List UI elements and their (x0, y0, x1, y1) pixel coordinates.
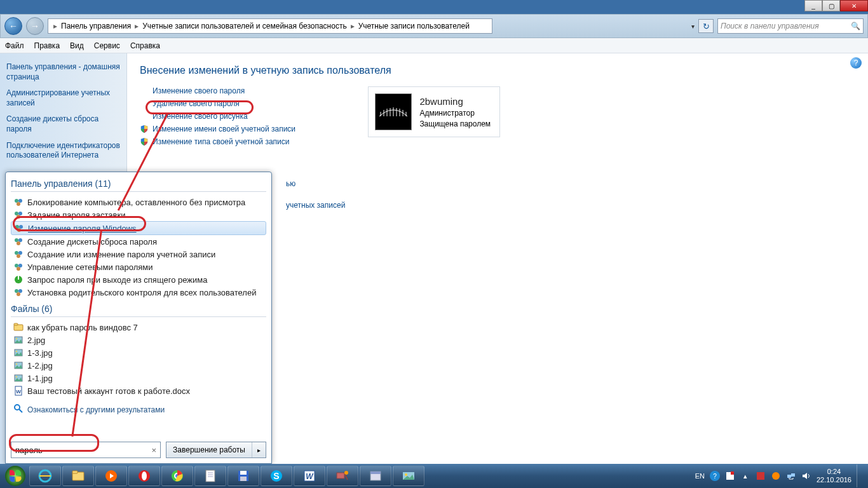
taskbar-opera[interactable] (128, 466, 160, 486)
search-result-file[interactable]: 1-1.jpg (11, 372, 266, 384)
task-remove-password[interactable]: Удаление своего пароля (153, 99, 240, 108)
search-result-file[interactable]: 1-2.jpg (11, 359, 266, 372)
language-indicator[interactable]: EN (695, 472, 705, 480)
tray-arrow-icon[interactable]: ▴ (740, 471, 750, 481)
svg-point-15 (15, 251, 18, 255)
menu-file[interactable]: Файл (5, 41, 24, 50)
task-change-password[interactable]: Изменение своего пароля (153, 86, 245, 95)
file-icon (13, 348, 24, 358)
svg-point-35 (16, 376, 17, 377)
svg-rect-43 (72, 471, 78, 473)
sidebar-item-admin[interactable]: Администрирование учетных записей (6, 88, 120, 108)
task-change-picture[interactable]: Изменение своего рисунка (153, 112, 248, 121)
show-desktop-button[interactable] (857, 464, 863, 487)
file-label: 1-1.jpg (27, 374, 53, 383)
menu-help[interactable]: Справка (130, 41, 160, 50)
task-change-type[interactable]: Изменение типа своей учетной записи (153, 137, 289, 146)
search-result-item[interactable]: Создание дискеты сброса пароля (11, 235, 266, 248)
result-icon (13, 262, 24, 272)
svg-rect-72 (791, 473, 795, 477)
start-search-value: пароль (15, 445, 43, 455)
shield-icon (140, 137, 149, 146)
start-search-input[interactable]: пароль × (11, 442, 161, 458)
taskbar-save-icon[interactable] (227, 466, 259, 486)
taskbar-word[interactable]: W (294, 466, 325, 486)
result-label: Изменение пароля Windows (28, 224, 137, 233)
maximize-button[interactable]: ▢ (822, 0, 840, 11)
taskbar-image[interactable] (393, 466, 424, 486)
menu-tools[interactable]: Сервис (94, 41, 120, 50)
result-label: Запрос пароля при выходе из спящего режи… (27, 275, 207, 285)
file-label: как убрать пароль виндовс 7 (27, 323, 138, 332)
taskbar-window[interactable] (360, 466, 391, 486)
search-group-control-panel: Панель управления (11) (11, 179, 266, 192)
svg-point-10 (19, 225, 23, 229)
close-button[interactable]: ✕ (840, 0, 868, 11)
taskbar-wmp[interactable] (95, 466, 127, 486)
volume-icon[interactable] (801, 471, 811, 481)
search-result-item[interactable]: Создание или изменение пароля учетной за… (11, 248, 266, 261)
search-result-item[interactable]: Задание пароля заставки (11, 208, 266, 221)
app-tray-icon[interactable] (771, 471, 781, 481)
breadcrumb-item[interactable]: Панель управления (60, 22, 132, 30)
sidebar-item-reset-disk[interactable]: Создание дискеты сброса пароля (6, 114, 120, 134)
clock[interactable]: 0:24 22.10.2016 (817, 468, 851, 484)
taskbar-chrome[interactable] (161, 466, 193, 486)
account-status: Защищена паролем (419, 119, 491, 130)
svg-rect-27 (14, 323, 18, 325)
search-result-file[interactable]: 2.jpg (11, 334, 266, 346)
search-input[interactable]: Поиск в панели управления 🔍 (717, 18, 864, 34)
task-change-name[interactable]: Изменение имени своей учетной записи (153, 125, 295, 133)
minimize-button[interactable]: _ (804, 0, 822, 11)
result-icon (14, 223, 24, 233)
search-result-item[interactable]: Установка родительского контроля для все… (11, 286, 266, 299)
back-button[interactable]: ← (4, 17, 22, 35)
search-result-file[interactable]: 1-3.jpg (11, 346, 266, 359)
search-result-file[interactable]: как убрать пароль виндовс 7 (11, 321, 266, 334)
action-center-icon[interactable] (725, 471, 735, 481)
search-result-item[interactable]: Изменение пароля Windows (11, 221, 266, 235)
taskbar-explorer[interactable] (62, 466, 94, 486)
search-placeholder: Поиск в панели управления (721, 22, 819, 30)
svg-point-63 (344, 471, 348, 475)
taskbar-paint[interactable] (327, 466, 358, 486)
result-icon (13, 287, 24, 297)
task-partial-2[interactable]: учетных записей (286, 201, 345, 210)
forward-button[interactable]: → (26, 17, 44, 35)
breadcrumb-dropdown[interactable]: ▾ (691, 23, 695, 30)
breadcrumb[interactable]: ▸ Панель управления ▸ Учетные записи пол… (48, 18, 492, 34)
see-more-results[interactable]: Ознакомиться с другими результатами (13, 403, 264, 416)
menu-edit[interactable]: Правка (34, 41, 60, 50)
search-result-item[interactable]: Блокирование компьютера, оставленного бе… (11, 196, 266, 208)
svg-rect-68 (731, 471, 734, 475)
taskbar-notepad[interactable] (194, 466, 226, 486)
help-icon[interactable]: ? (850, 57, 862, 69)
search-result-item[interactable]: Запрос пароля при выходе из спящего режи… (11, 273, 266, 286)
svg-point-13 (18, 238, 22, 242)
svg-point-12 (15, 238, 18, 242)
sidebar-item-online-ids[interactable]: Подключение идентификаторов пользователе… (6, 141, 120, 161)
start-button[interactable] (3, 464, 28, 487)
clear-search-button[interactable]: × (152, 445, 157, 455)
refresh-button[interactable]: ↻ (698, 19, 714, 33)
menu-view[interactable]: Вид (70, 41, 84, 50)
svg-point-8 (17, 215, 20, 219)
sidebar-item-home[interactable]: Панель управления - домашняя страница (6, 62, 120, 82)
result-label: Создание дискеты сброса пароля (27, 237, 157, 247)
task-partial-1[interactable]: ью (286, 179, 295, 188)
shield-icon (140, 125, 149, 133)
network-icon[interactable] (786, 471, 796, 481)
search-result-item[interactable]: Управление сетевыми паролями (11, 261, 266, 273)
shutdown-menu-arrow[interactable]: ▸ (252, 447, 266, 454)
breadcrumb-item[interactable]: Учетные записи пользователей (357, 22, 471, 30)
taskbar-skype[interactable]: S (261, 466, 292, 486)
shutdown-button[interactable]: Завершение работы ▸ (166, 442, 266, 458)
file-icon (13, 322, 24, 332)
help-tray-icon[interactable]: ? (710, 471, 720, 481)
svg-point-3 (15, 199, 18, 203)
file-label: 1-3.jpg (27, 348, 53, 358)
breadcrumb-item[interactable]: Учетные записи пользователей и семейная … (141, 22, 348, 30)
antivirus-icon[interactable] (756, 471, 766, 481)
search-result-file[interactable]: WВаш тестовый аккаунт готов к работе.doc… (11, 384, 266, 397)
taskbar-ie[interactable] (29, 466, 61, 486)
